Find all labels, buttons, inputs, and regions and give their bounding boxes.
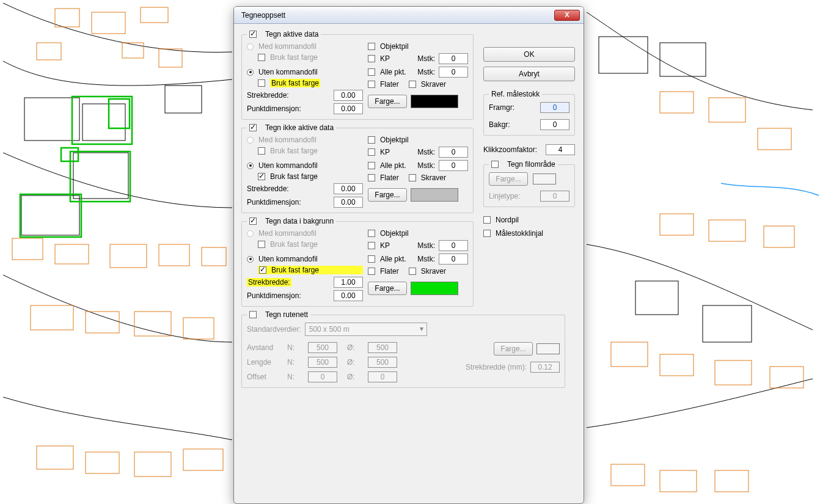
active-strek-input[interactable] <box>334 90 363 101</box>
background-objektpil[interactable]: Objektpil <box>368 229 468 238</box>
malestokk-label: Målestokklinjal <box>496 229 543 238</box>
active-punkt-label: Punktdimensjon: <box>247 104 301 113</box>
dialog-tegneoppsett: Tegneoppsett X OK Avbryt Ref. målestokk … <box>233 6 584 504</box>
active-fast2-option[interactable]: Bruk fast farge <box>258 79 363 87</box>
background-flater[interactable]: Flater <box>368 267 399 276</box>
titlebar[interactable]: Tegneoppsett X <box>234 7 584 24</box>
svg-rect-17 <box>110 244 147 268</box>
svg-rect-24 <box>37 446 73 469</box>
active-kp-mstk[interactable] <box>439 53 468 64</box>
svg-rect-11 <box>141 7 168 23</box>
grid-std-select: 500 x 500 m <box>305 323 427 336</box>
inactive-kp[interactable]: KP <box>368 148 390 156</box>
grid-color-swatch <box>536 343 560 354</box>
background-color-button[interactable]: Farge... <box>368 282 407 295</box>
active-legend: Tegn aktive data <box>265 30 318 38</box>
background-kp-mstk[interactable] <box>439 240 468 251</box>
filomrade-color-swatch <box>533 173 556 184</box>
clickzoom-label: Klikkzoomfaktor: <box>483 145 537 154</box>
active-punkt-input[interactable] <box>334 103 363 114</box>
svg-rect-9 <box>55 9 79 27</box>
svg-rect-36 <box>715 360 752 385</box>
svg-rect-1 <box>82 104 125 141</box>
background-legend: Tegn data i bakgrunn <box>265 217 334 225</box>
ok-button[interactable]: OK <box>483 47 575 62</box>
grid-check[interactable] <box>249 311 257 318</box>
inactive-objektpil[interactable]: Objektpil <box>368 136 468 144</box>
inactive-check[interactable] <box>249 124 257 131</box>
active-allepkt[interactable]: Alle pkt. <box>368 68 406 76</box>
svg-rect-21 <box>86 312 119 333</box>
active-skraver[interactable]: Skraver <box>409 80 446 89</box>
malestokk-option[interactable]: Målestokklinjal <box>483 229 575 238</box>
svg-rect-23 <box>183 318 214 339</box>
svg-rect-3 <box>73 153 128 199</box>
active-allepkt-mstk[interactable] <box>439 67 468 78</box>
svg-rect-28 <box>660 92 694 113</box>
clickzoom-input[interactable] <box>546 144 575 155</box>
svg-rect-42 <box>109 99 130 128</box>
inactive-flater[interactable]: Flater <box>368 173 399 182</box>
inactive-color-swatch <box>411 188 458 202</box>
grid-lengde-o <box>368 357 397 368</box>
framgr-label: Framgr: <box>489 103 514 112</box>
svg-rect-30 <box>758 128 791 150</box>
svg-rect-32 <box>709 220 745 241</box>
background-kp[interactable]: KP <box>368 241 390 250</box>
active-fast2-check[interactable] <box>258 79 265 87</box>
inactive-allepkt-mstk[interactable] <box>439 160 468 171</box>
svg-rect-29 <box>709 98 745 122</box>
active-uten-radio[interactable] <box>247 69 254 76</box>
active-uten-option[interactable]: Uten kommandofil <box>247 68 363 76</box>
active-check[interactable] <box>249 31 257 38</box>
svg-rect-16 <box>55 244 89 264</box>
inactive-legend: Tegn ikke aktive data <box>265 123 334 132</box>
background-color-swatch <box>411 282 458 295</box>
svg-rect-22 <box>134 312 171 336</box>
background-check[interactable] <box>249 217 257 225</box>
active-kp[interactable]: KP <box>368 54 390 63</box>
svg-rect-33 <box>764 226 794 247</box>
nordpil-check[interactable] <box>483 216 491 224</box>
active-flater[interactable]: Flater <box>368 80 399 89</box>
background-punkt-input[interactable] <box>334 290 363 301</box>
active-color-button[interactable]: Farge... <box>368 95 407 108</box>
active-med-radio <box>247 43 254 50</box>
close-button[interactable]: X <box>554 10 580 21</box>
background-allepkt-mstk[interactable] <box>439 254 468 265</box>
inactive-allepkt[interactable]: Alle pkt. <box>368 161 406 170</box>
background-allepkt[interactable]: Alle pkt. <box>368 255 406 263</box>
inactive-fast2-option[interactable]: Bruk fast farge <box>258 172 363 181</box>
cancel-button[interactable]: Avbryt <box>483 67 575 81</box>
svg-rect-0 <box>24 98 79 141</box>
inactive-kp-mstk[interactable] <box>439 147 468 158</box>
background-uten-option[interactable]: Uten kommandofil <box>247 255 363 263</box>
svg-rect-38 <box>611 464 645 486</box>
inactive-skraver[interactable]: Skraver <box>409 173 446 182</box>
inactive-strek-input[interactable] <box>334 183 363 194</box>
inactive-uten-option[interactable]: Uten kommandofil <box>247 161 363 170</box>
nordpil-option[interactable]: Nordpil <box>483 216 575 224</box>
inactive-color-button[interactable]: Farge... <box>368 188 407 202</box>
svg-rect-37 <box>770 367 804 388</box>
svg-rect-10 <box>92 12 125 34</box>
malestokk-check[interactable] <box>483 230 491 237</box>
linjetype-input <box>540 191 569 202</box>
inactive-med-option: Med kommandofil <box>247 136 363 144</box>
bakgr-input[interactable] <box>540 119 569 130</box>
active-objektpil[interactable]: Objektpil <box>368 42 468 51</box>
inactive-punkt-input[interactable] <box>334 197 363 208</box>
linjetype-label: Linjetype: <box>489 192 520 200</box>
background-skraver[interactable]: Skraver <box>409 267 446 276</box>
filomrade-check[interactable] <box>491 161 499 168</box>
background-strek-input[interactable] <box>334 277 363 288</box>
svg-rect-18 <box>159 244 189 266</box>
background-fast1-option: Bruk fast farge <box>258 240 363 249</box>
background-fast2-option[interactable]: Bruk fast farge <box>258 266 363 274</box>
grid-offset-o <box>368 371 397 382</box>
svg-rect-31 <box>660 214 694 235</box>
inactive-fast1-option: Bruk fast farge <box>258 147 363 155</box>
svg-rect-14 <box>159 49 182 67</box>
framgr-input[interactable] <box>540 102 569 113</box>
grid-color-button: Farge... <box>494 342 533 356</box>
